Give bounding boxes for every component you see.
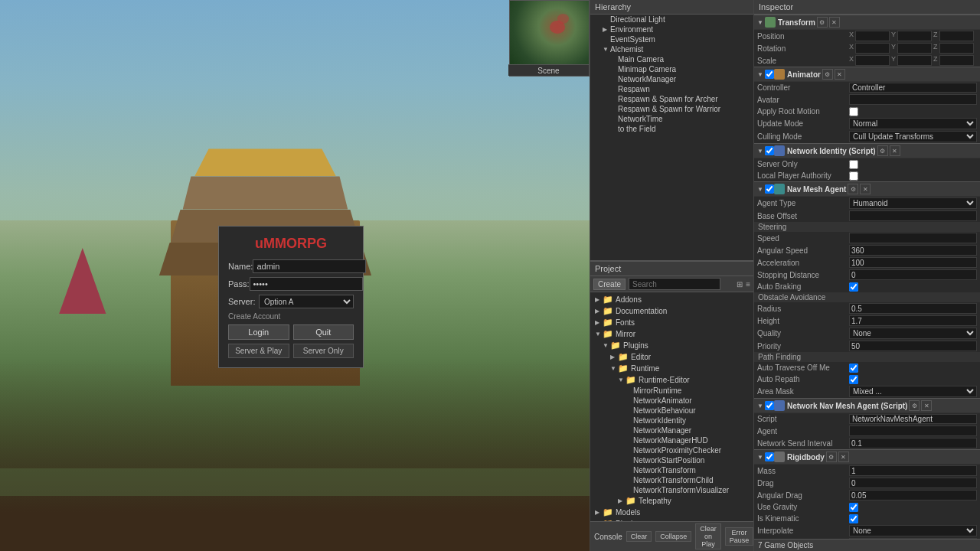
- controller-value[interactable]: Controller: [849, 83, 977, 93]
- p-editor[interactable]: 📁 Editor: [592, 351, 752, 363]
- inspector-scroll[interactable]: Transform ⚙ ✕ Position X Y Z Rotation X …: [754, 15, 980, 539]
- p-network-transform-child[interactable]: NetworkTransformChild: [592, 475, 752, 485]
- drag-field[interactable]: [849, 478, 977, 488]
- p-runtime-editor[interactable]: 📁 Runtime-Editor: [592, 374, 752, 386]
- p-network-identity[interactable]: NetworkIdentity: [592, 416, 752, 425]
- use-gravity-checkbox[interactable]: [849, 503, 858, 512]
- h-directional-light[interactable]: Directional Light: [590, 15, 753, 24]
- nma-enabled[interactable]: [765, 184, 774, 194]
- avatar-value[interactable]: [849, 94, 977, 105]
- pos-y[interactable]: [897, 31, 932, 41]
- p-network-animator[interactable]: NetworkAnimator: [592, 396, 752, 406]
- gear-icon-4[interactable]: ⚙: [848, 184, 858, 194]
- scene-view[interactable]: uMMORPG Name: Pass: Server: Option A: [0, 0, 590, 551]
- gear-icon-3[interactable]: ⚙: [877, 145, 888, 156]
- p-mirror[interactable]: 📁 Mirror: [592, 328, 752, 340]
- auto-traverse-checkbox[interactable]: [849, 364, 858, 373]
- radius-field[interactable]: [849, 303, 977, 314]
- p-network-manager2[interactable]: NetworkManager: [592, 425, 752, 435]
- p-telepathy[interactable]: 📁 Telepathy: [592, 495, 752, 507]
- scale-x[interactable]: [855, 55, 890, 66]
- scale-y[interactable]: [897, 55, 932, 66]
- pos-x[interactable]: [855, 31, 890, 41]
- h-environment[interactable]: Environment: [590, 24, 753, 34]
- close-icon-4[interactable]: ✕: [860, 184, 871, 194]
- mass-field[interactable]: [849, 465, 977, 476]
- p-network-proximity-checker[interactable]: NetworkProximityChecker: [592, 445, 752, 455]
- login-button[interactable]: Login: [228, 324, 289, 340]
- gear-icon-6[interactable]: ⚙: [826, 452, 837, 462]
- auto-braking-checkbox[interactable]: [849, 282, 858, 292]
- h-respawn-warrior[interactable]: Respawn & Spawn for Warrior: [590, 104, 753, 114]
- create-button[interactable]: Create: [593, 279, 626, 290]
- rot-x[interactable]: [855, 43, 890, 54]
- apply-root-checkbox[interactable]: [849, 107, 858, 116]
- server-select[interactable]: Option A: [259, 295, 354, 308]
- quit-button[interactable]: Quit: [293, 324, 354, 340]
- local-player-checkbox[interactable]: [849, 171, 858, 181]
- h-network-manager[interactable]: NetworkManager: [590, 74, 753, 84]
- p-models[interactable]: 📁 Models: [592, 507, 752, 518]
- ni-enabled[interactable]: [765, 146, 774, 155]
- h-to-field[interactable]: to the Field: [590, 124, 753, 134]
- nnm-agent-value[interactable]: [849, 425, 977, 436]
- error-pause-button[interactable]: Error Pause: [725, 527, 754, 546]
- h-alchemist[interactable]: Alchemist: [590, 44, 753, 54]
- network-send-field[interactable]: [849, 438, 977, 448]
- h-eventsystem[interactable]: EventSystem: [590, 34, 753, 44]
- rot-y[interactable]: [897, 43, 932, 54]
- pass-input[interactable]: [250, 277, 363, 291]
- server-only-checkbox[interactable]: [849, 160, 858, 169]
- p-documentation[interactable]: 📁 Documentation: [592, 305, 752, 317]
- auto-repath-checkbox[interactable]: [849, 375, 858, 384]
- animator-enabled[interactable]: [765, 70, 774, 79]
- close-icon-3[interactable]: ✕: [890, 145, 900, 156]
- project-search[interactable]: [629, 278, 720, 290]
- close-icon-6[interactable]: ✕: [838, 452, 849, 462]
- create-account-link[interactable]: Create Account: [228, 312, 354, 321]
- p-network-start-position[interactable]: NetworkStartPosition: [592, 455, 752, 465]
- h-main-camera[interactable]: Main Camera: [590, 54, 753, 64]
- h-minimap-camera[interactable]: Minimap Camera: [590, 64, 753, 74]
- h-respawn[interactable]: Respawn: [590, 84, 753, 94]
- gear-icon-2[interactable]: ⚙: [822, 69, 833, 80]
- gear-icon-5[interactable]: ⚙: [909, 400, 920, 411]
- server-play-button[interactable]: Server & Play: [228, 344, 289, 358]
- base-offset-field[interactable]: [849, 210, 977, 221]
- p-plugins[interactable]: 📁 Plugins: [592, 340, 752, 351]
- server-only-button[interactable]: Server Only: [293, 344, 354, 358]
- p-network-transform-visualizer[interactable]: NetworkTransformVisualizer: [592, 485, 752, 495]
- speed-field[interactable]: [849, 233, 977, 243]
- agent-type-select[interactable]: Humanoid: [849, 197, 977, 209]
- p-runtime[interactable]: 📁 Runtime: [592, 363, 752, 374]
- clear-button[interactable]: Clear: [626, 531, 652, 542]
- culling-mode-select[interactable]: Cull Update Transforms: [849, 131, 977, 142]
- angular-drag-field[interactable]: [849, 490, 977, 500]
- area-mask-select[interactable]: Mixed ...: [849, 386, 977, 397]
- gear-icon[interactable]: ⚙: [817, 17, 828, 28]
- rb-enabled[interactable]: [765, 452, 774, 461]
- interpolate-select[interactable]: None: [849, 525, 977, 536]
- priority-field[interactable]: [849, 341, 977, 351]
- name-input[interactable]: [253, 259, 366, 273]
- angular-speed-field[interactable]: [849, 245, 977, 256]
- p-network-behaviour[interactable]: NetworkBehaviour: [592, 406, 752, 416]
- acceleration-field[interactable]: [849, 257, 977, 268]
- h-network-time[interactable]: NetworkTime: [590, 114, 753, 124]
- nnm-script-value[interactable]: NetworkNavMeshAgent: [849, 414, 977, 424]
- grid-icon[interactable]: ⊞: [737, 280, 743, 289]
- p-network-transform[interactable]: NetworkTransform: [592, 465, 752, 475]
- p-fonts[interactable]: 📁 Fonts: [592, 317, 752, 328]
- p-mirror-runtime[interactable]: MirrorRuntime: [592, 386, 752, 396]
- rot-z[interactable]: [939, 43, 974, 54]
- clear-on-play-button[interactable]: Clear on Play: [695, 523, 721, 549]
- project-list[interactable]: 📁 Addons 📁 Documentation 📁 Fonts 📁 Mirr: [590, 292, 753, 521]
- p-network-manager-hud[interactable]: NetworkManagerHUD: [592, 435, 752, 445]
- is-kinematic-checkbox[interactable]: [849, 514, 858, 523]
- pos-z[interactable]: [939, 31, 974, 41]
- update-mode-select[interactable]: Normal: [849, 118, 977, 129]
- quality-select[interactable]: None: [849, 328, 977, 339]
- nnm-enabled[interactable]: [765, 401, 774, 410]
- close-icon[interactable]: ✕: [829, 17, 840, 28]
- list-icon[interactable]: ≡: [746, 280, 750, 289]
